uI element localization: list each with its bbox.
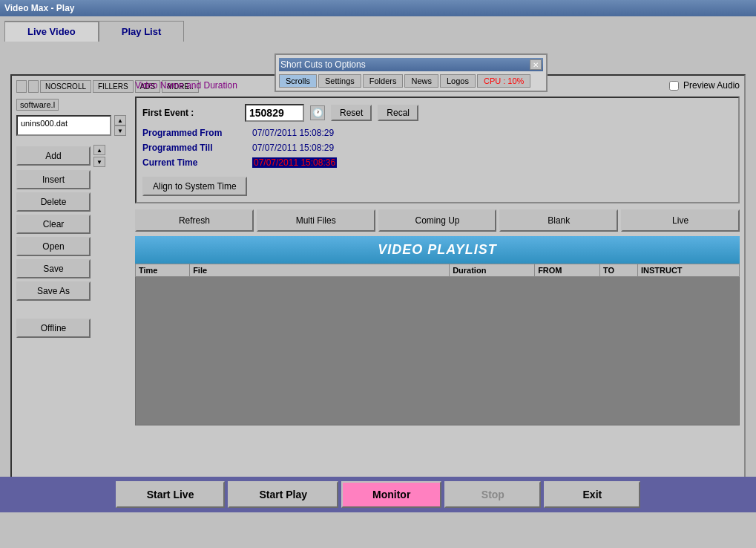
coming-up-button[interactable]: Coming Up — [378, 209, 497, 232]
recal-button[interactable]: Recal — [378, 105, 418, 121]
tab-live-video[interactable]: Live Video — [4, 21, 99, 42]
shortcut-title: Short Cuts to Options ✕ — [279, 58, 543, 71]
shortcut-tab-cpu: CPU : 10% — [477, 74, 530, 88]
main-area: Live Video Play List Short Cuts to Optio… — [0, 16, 756, 512]
save-as-button[interactable]: Save As — [16, 281, 91, 301]
file-list[interactable]: unins000.dat — [16, 115, 111, 136]
active-tab-label: software.l — [16, 99, 126, 111]
col-duration: Duration — [450, 264, 535, 277]
tab-play-list[interactable]: Play List — [99, 21, 184, 42]
programmed-from-value: 07/07/2011 15:08:29 — [252, 128, 334, 138]
list-item: unins000.dat — [19, 118, 108, 128]
time-rows: Programmed From 07/07/2011 15:08:29 Prog… — [142, 128, 732, 168]
video-name-label: Video Name and Duration — [135, 80, 237, 91]
clock-icon[interactable]: 🕐 — [310, 105, 325, 120]
small-tabs-row: NOSCROLL FILLERS ADS MORE.. — [16, 80, 126, 93]
start-play-button[interactable]: Start Play — [228, 481, 338, 508]
save-button[interactable]: Save — [16, 259, 91, 278]
col-to: TO — [599, 264, 637, 277]
programmed-from-row: Programmed From 07/07/2011 15:08:29 — [142, 128, 732, 138]
shortcut-tab-logos[interactable]: Logos — [440, 74, 476, 88]
col-instruct: INSTRUCT — [637, 264, 739, 277]
refresh-button[interactable]: Refresh — [135, 209, 254, 232]
first-event-label: First Event : — [142, 108, 239, 118]
reset-button[interactable]: Reset — [331, 105, 372, 121]
content-panel: NOSCROLL FILLERS ADS MORE.. software.l u… — [10, 74, 746, 508]
monitor-button[interactable]: Monitor — [341, 481, 441, 508]
tabs-row: Live Video Play List — [4, 21, 752, 42]
scroll-down-btn2[interactable]: ▼ — [93, 157, 105, 167]
blank-button[interactable]: Blank — [499, 209, 618, 232]
left-panel: NOSCROLL FILLERS ADS MORE.. software.l u… — [12, 76, 131, 506]
col-file: File — [190, 264, 450, 277]
add-button[interactable]: Add — [16, 146, 91, 166]
first-event-row: First Event : 🕐 Reset Recal — [142, 104, 732, 122]
delete-button[interactable]: Delete — [16, 192, 91, 212]
insert-button[interactable]: Insert — [16, 170, 91, 189]
small-tab-fillers[interactable]: FILLERS — [93, 80, 134, 93]
align-btn-row: Align to System Time — [142, 174, 732, 196]
programmed-from-label: Programmed From — [142, 128, 246, 138]
bottom-bar: Start Live Start Play Monitor Stop Exit — [0, 477, 756, 512]
small-tab-1[interactable] — [16, 80, 27, 93]
clear-button[interactable]: Clear — [16, 215, 91, 234]
scroll-down-button[interactable]: ▼ — [114, 125, 126, 136]
playlist-area: VIDEO PLAYLIST Time File Duration FROM T… — [135, 236, 740, 425]
event-info-box: First Event : 🕐 Reset Recal Programmed F… — [135, 97, 740, 203]
preview-audio-text: Preview Audio — [683, 80, 740, 91]
offline-button[interactable]: Offline — [16, 319, 91, 338]
right-panel: Video Name and Duration Preview Audio Fi… — [131, 76, 744, 506]
scroll-up-btn2[interactable]: ▲ — [93, 145, 105, 155]
current-time-value: 07/07/2011 15:08:36 — [252, 157, 337, 168]
small-tab-noscroll[interactable]: NOSCROLL — [40, 80, 91, 93]
playlist-body — [136, 277, 740, 425]
playlist-header: VIDEO PLAYLIST — [135, 236, 740, 264]
align-to-system-time-button[interactable]: Align to System Time — [142, 177, 247, 196]
shortcut-tabs: Scrolls Settings Folders News Logos CPU … — [279, 74, 543, 88]
shortcut-tab-news[interactable]: News — [404, 74, 438, 88]
action-row: Refresh Multi Files Coming Up Blank Live — [135, 209, 740, 232]
action-buttons: Add ▲ ▼ Insert Delete Clear Open Save Sa… — [16, 145, 126, 338]
first-event-input[interactable] — [245, 104, 304, 122]
current-time-label: Current Time — [142, 157, 246, 168]
scroll-buttons: ▲ ▼ — [114, 115, 126, 136]
preview-audio-row: Preview Audio — [669, 80, 740, 91]
shortcut-tab-settings[interactable]: Settings — [318, 74, 361, 88]
playlist-table: Time File Duration FROM TO INSTRUCT — [135, 264, 740, 425]
scroll-up-button[interactable]: ▲ — [114, 115, 126, 125]
shortcut-tab-scrolls[interactable]: Scrolls — [279, 74, 317, 88]
open-button[interactable]: Open — [16, 237, 91, 256]
shortcut-bar: Short Cuts to Options ✕ Scrolls Settings… — [275, 53, 548, 92]
col-from: FROM — [535, 264, 600, 277]
stop-button[interactable]: Stop — [444, 481, 541, 508]
exit-button[interactable]: Exit — [544, 481, 640, 508]
preview-audio-checkbox[interactable] — [669, 81, 679, 91]
multi-files-button[interactable]: Multi Files — [257, 209, 375, 232]
programmed-till-value: 07/07/2011 15:08:29 — [252, 143, 334, 153]
programmed-till-row: Programmed Till 07/07/2011 15:08:29 — [142, 143, 732, 153]
programmed-till-label: Programmed Till — [142, 143, 246, 153]
shortcut-tab-folders[interactable]: Folders — [363, 74, 404, 88]
shortcut-close-button[interactable]: ✕ — [530, 59, 542, 70]
small-tab-2[interactable] — [28, 80, 39, 93]
current-time-row: Current Time 07/07/2011 15:08:36 — [142, 157, 732, 168]
start-live-button[interactable]: Start Live — [116, 481, 226, 508]
col-time: Time — [136, 264, 190, 277]
title-label: Video Max - Play — [4, 3, 74, 13]
title-bar: Video Max - Play — [0, 0, 756, 16]
file-list-wrap: unins000.dat ▲ ▼ — [16, 115, 126, 136]
live-button[interactable]: Live — [621, 209, 740, 232]
